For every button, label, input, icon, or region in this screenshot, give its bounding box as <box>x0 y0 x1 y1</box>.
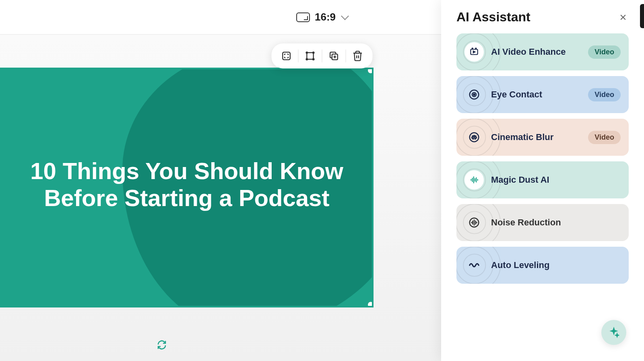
ai-card-badge: Video <box>588 88 621 101</box>
ai-panel-header: AI Assistant <box>456 10 629 25</box>
fullscreen-button[interactable] <box>278 47 295 64</box>
ai-card-label: Eye Contact <box>491 89 588 100</box>
divider <box>298 50 299 62</box>
svg-point-28 <box>472 136 473 137</box>
svg-point-4 <box>306 58 308 60</box>
ai-card-magic-dust[interactable]: Magic Dust AI <box>456 161 629 198</box>
ai-card-label: AI Video Enhance <box>491 47 588 57</box>
svg-point-5 <box>313 58 314 60</box>
ai-card-eye-contact[interactable]: Eye Contact Video <box>456 76 629 113</box>
svg-point-23 <box>473 94 475 95</box>
video-enhance-icon <box>464 42 484 62</box>
refresh-button[interactable] <box>157 340 167 350</box>
ai-panel-title: AI Assistant <box>456 10 530 25</box>
delete-button[interactable] <box>349 47 366 64</box>
svg-point-3 <box>313 52 314 54</box>
svg-point-32 <box>474 137 475 138</box>
eye-contact-icon <box>464 85 484 104</box>
divider <box>322 50 322 62</box>
aspect-ratio-selector[interactable]: 16:9 <box>296 11 348 23</box>
svg-point-34 <box>473 138 474 139</box>
svg-rect-0 <box>283 52 290 60</box>
ai-sparkle-fab[interactable] <box>601 320 626 345</box>
ai-card-label: Auto Leveling <box>491 260 621 270</box>
svg-rect-1 <box>307 53 313 59</box>
ai-card-label: Noise Reduction <box>491 217 621 228</box>
aspect-ratio-label: 16:9 <box>315 11 336 23</box>
svg-rect-43 <box>476 177 477 183</box>
right-edge-handle[interactable] <box>640 4 644 28</box>
chevron-down-icon <box>341 12 349 20</box>
svg-point-15 <box>472 48 473 49</box>
svg-rect-41 <box>473 176 474 183</box>
ai-card-auto-leveling[interactable]: Auto Leveling <box>456 247 629 284</box>
svg-point-30 <box>475 136 476 137</box>
svg-rect-44 <box>477 179 478 181</box>
ai-card-label: Magic Dust AI <box>491 175 621 185</box>
auto-leveling-icon <box>464 256 484 275</box>
svg-rect-42 <box>475 178 475 182</box>
duplicate-button[interactable] <box>326 47 343 64</box>
svg-rect-40 <box>472 178 473 182</box>
ai-assistant-panel: AI Assistant AI Video Enhance Video <box>441 0 644 361</box>
ai-card-noise-reduction[interactable]: Noise Reduction <box>456 204 629 241</box>
magic-dust-icon <box>464 170 484 190</box>
divider <box>346 50 346 62</box>
close-button[interactable] <box>617 12 629 23</box>
svg-marker-17 <box>473 51 475 53</box>
ai-card-badge: Video <box>588 131 621 144</box>
cinematic-blur-icon <box>464 128 484 147</box>
svg-point-33 <box>476 137 477 138</box>
crop-button[interactable] <box>302 47 319 64</box>
svg-point-29 <box>474 135 475 136</box>
video-frame[interactable]: 10 Things You Should Know Before Startin… <box>0 68 374 307</box>
ai-card-badge: Video <box>588 45 621 59</box>
floating-toolbar <box>272 43 373 68</box>
svg-point-35 <box>475 138 476 139</box>
ai-card-label: Cinematic Blur <box>491 132 588 142</box>
aspect-ratio-icon <box>296 12 310 22</box>
video-title-text: 10 Things You Should Know Before Startin… <box>24 158 350 211</box>
ai-card-video-enhance[interactable]: AI Video Enhance Video <box>456 33 629 70</box>
svg-point-31 <box>472 137 473 138</box>
ai-card-cinematic-blur[interactable]: Cinematic Blur Video <box>456 119 629 156</box>
svg-point-2 <box>306 52 308 54</box>
svg-rect-39 <box>471 179 471 181</box>
svg-point-16 <box>475 48 476 49</box>
noise-reduction-icon <box>464 213 484 232</box>
